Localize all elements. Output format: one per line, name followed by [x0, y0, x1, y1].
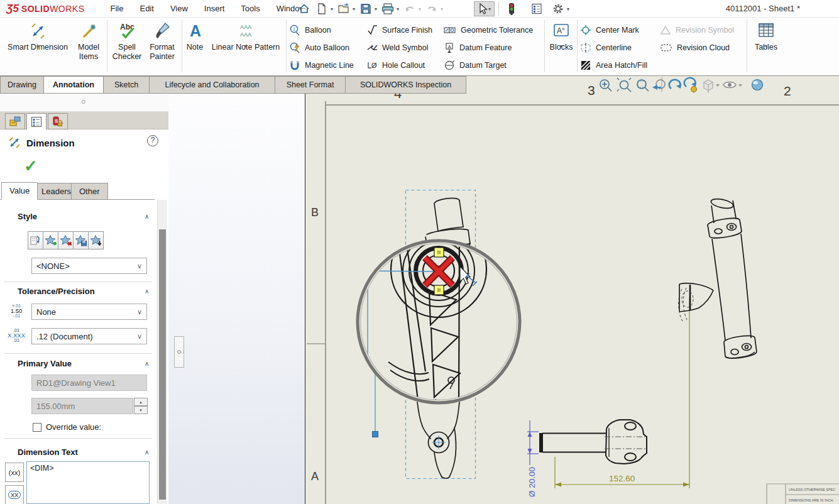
add-parenthesis-button[interactable]: (xx)	[5, 463, 24, 482]
style-collapse-icon[interactable]: ∧	[145, 213, 149, 220]
open-button[interactable]	[336, 1, 351, 16]
menu-insert[interactable]: Insert	[196, 0, 233, 18]
hole-callout-button[interactable]: Ø Hole Callout	[366, 58, 425, 73]
format-painter-button[interactable]: Format Painter	[145, 21, 180, 62]
tab-annotation[interactable]: Annotation	[44, 76, 104, 94]
spell-checker-button[interactable]: Abc Spell Checker	[109, 21, 145, 62]
magnetic-line-button[interactable]: Magnetic Line	[289, 58, 354, 73]
model-items-button[interactable]: Model Items	[70, 21, 107, 62]
weld-symbol-button[interactable]: Weld Symbol	[366, 40, 428, 55]
view-settings-icon[interactable]	[752, 80, 763, 90]
undo-dropdown: ▾	[419, 6, 421, 12]
chevron-down-icon: ∨	[137, 262, 142, 270]
tolerance-collapse-icon[interactable]: ∧	[145, 288, 149, 295]
revision-cloud-button[interactable]: Revision Cloud	[660, 40, 730, 55]
dimension-text-section-header[interactable]: Dimension Text	[18, 447, 78, 457]
menu-tools[interactable]: Tools	[233, 0, 268, 18]
menu-edit[interactable]: Edit	[131, 0, 162, 18]
center-mark-button[interactable]: Center Mark	[580, 23, 639, 38]
chevron-down-icon: ∨	[137, 332, 142, 341]
svg-text:1: 1	[293, 27, 295, 31]
svg-text:A: A	[448, 44, 452, 50]
blocks-button[interactable]: A° Blocks ▾	[547, 21, 576, 52]
redo-button[interactable]	[424, 1, 439, 16]
area-hatch-fill-button[interactable]: Area Hatch/Fill	[580, 58, 647, 73]
home-button[interactable]	[297, 1, 312, 16]
new-document-dropdown[interactable]: ▾	[331, 6, 333, 12]
primary-value-collapse-icon[interactable]: ∧	[145, 360, 149, 367]
tolerance-section-header[interactable]: Tolerance/Precision	[18, 287, 95, 296]
smart-dimension-dropdown[interactable]: ▾	[5, 41, 70, 51]
tab-sheet-format[interactable]: Sheet Format	[275, 76, 346, 94]
tab-lifecycle-collaboration[interactable]: Lifecycle and Collaboration	[150, 76, 275, 94]
auto-balloon-button[interactable]: Auto Balloon	[289, 40, 349, 55]
apply-default-attributes-button[interactable]	[28, 231, 43, 249]
tab-solidworks-inspection[interactable]: SOLIDWORKS Inspection	[346, 76, 466, 94]
style-section-header[interactable]: Style	[18, 212, 37, 221]
drawing-viewport[interactable]: 4 3 2 B A	[305, 76, 839, 504]
note-button[interactable]: A Note	[184, 21, 206, 52]
tables-button[interactable]: Tables ▾	[749, 21, 783, 52]
options-gear-icon[interactable]	[551, 1, 566, 16]
add-style-button[interactable]	[43, 231, 58, 249]
dimension-handle[interactable]	[373, 432, 378, 437]
dimension-text-collapse-icon[interactable]: ∧	[145, 449, 149, 456]
rebuild-traffic-light-icon[interactable]	[504, 1, 519, 16]
tab-other[interactable]: Other	[71, 183, 108, 200]
tab-drawing[interactable]: Drawing	[0, 76, 44, 94]
print-button[interactable]	[380, 1, 395, 16]
zone-row-B: B	[311, 206, 319, 219]
svg-text:A°: A°	[557, 26, 565, 35]
undo-button[interactable]	[402, 1, 417, 16]
panel-scrollbar[interactable]	[157, 200, 167, 504]
dimxpert-manager-tab[interactable]: S	[48, 113, 68, 129]
document-title: 40112001 - Sheet1 *	[726, 0, 800, 18]
blocks-dropdown[interactable]: ▾	[547, 41, 576, 51]
tab-sketch[interactable]: Sketch	[104, 76, 150, 94]
feature-manager-tab[interactable]	[5, 113, 25, 129]
save-dropdown[interactable]: ▾	[375, 6, 377, 12]
inspection-dimension-button[interactable]: XX	[5, 485, 24, 504]
geometric-tolerance-button[interactable]: Geometric Tolerance	[444, 23, 533, 38]
options-dropdown[interactable]: ▾	[567, 6, 569, 12]
panel-collapse-handle[interactable]	[174, 336, 184, 368]
datum-target-button[interactable]: Datum Target	[444, 58, 507, 73]
delete-style-button[interactable]	[58, 231, 74, 249]
linear-note-pattern-button[interactable]: AAAAAA Linear Note Pattern ▾	[206, 21, 285, 52]
save-style-button[interactable]	[73, 231, 89, 249]
menu-file[interactable]: File	[102, 0, 132, 18]
datum-feature-button[interactable]: A Datum Feature	[444, 40, 512, 55]
dimension-name-field	[31, 375, 147, 391]
linear-note-pattern-dropdown[interactable]: ▾	[206, 41, 285, 51]
svg-text:UNLESS OTHERWISE SPEC: UNLESS OTHERWISE SPEC	[789, 488, 836, 491]
tables-dropdown[interactable]: ▾	[749, 41, 783, 51]
select-cursor-button[interactable]: ▾	[474, 1, 495, 16]
centerline-button[interactable]: Centerline	[580, 40, 632, 55]
style-dropdown[interactable]: <NONE> ∨	[31, 258, 147, 274]
menu-view[interactable]: View	[162, 0, 196, 18]
new-document-button[interactable]	[314, 1, 329, 16]
panel-splitter[interactable]	[0, 94, 168, 112]
precision-dropdown[interactable]: .12 (Document) ∨	[31, 328, 147, 344]
select-dropdown[interactable]: ▾	[488, 6, 491, 12]
value-spinner: ▴ ▾	[134, 398, 148, 414]
file-properties-button[interactable]	[529, 1, 544, 16]
scrollbar-thumb[interactable]	[159, 229, 166, 500]
print-dropdown[interactable]: ▾	[397, 6, 399, 12]
smart-dimension-button[interactable]: Smart Dimension ▾	[5, 21, 70, 52]
save-button[interactable]	[358, 1, 373, 16]
surface-finish-button[interactable]: Surface Finish	[366, 23, 432, 38]
balloon-button[interactable]: 1 Balloon	[289, 23, 331, 38]
tab-value[interactable]: Value	[1, 182, 38, 200]
override-value-checkbox[interactable]	[33, 423, 41, 432]
property-manager-tab[interactable]	[26, 113, 47, 130]
primary-value-section-header[interactable]: Primary Value	[18, 359, 72, 368]
load-style-button[interactable]	[88, 231, 104, 249]
open-dropdown[interactable]: ▾	[353, 6, 355, 12]
spinner-down-button[interactable]: ▾	[134, 406, 148, 414]
ok-button[interactable]: ✓	[24, 156, 38, 176]
help-icon[interactable]: ?	[147, 135, 158, 146]
tolerance-type-dropdown[interactable]: None ∨	[31, 304, 147, 320]
spinner-up-button[interactable]: ▴	[134, 398, 148, 406]
dimension-text-box[interactable]: <DIM>	[26, 461, 150, 504]
